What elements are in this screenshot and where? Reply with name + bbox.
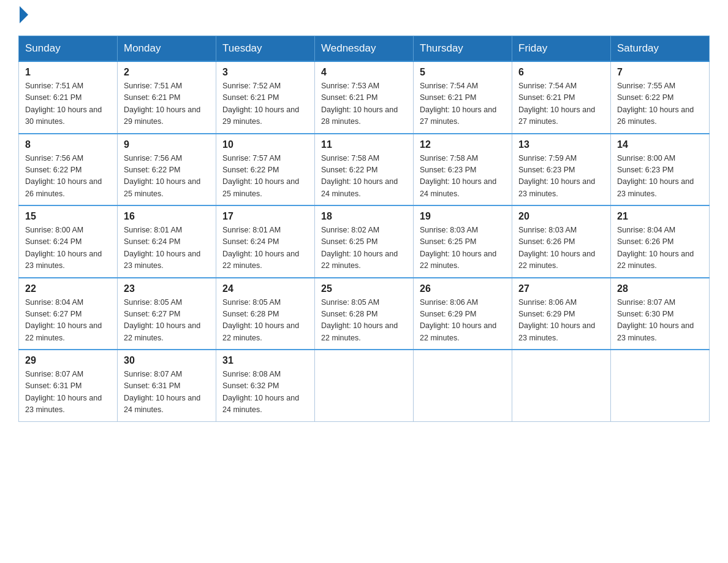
calendar-cell: 30Sunrise: 8:07 AMSunset: 6:31 PMDayligh…	[118, 350, 216, 421]
day-number: 4	[321, 67, 407, 78]
day-number: 29	[25, 355, 111, 366]
day-info: Sunrise: 8:00 AMSunset: 6:24 PMDaylight:…	[25, 224, 111, 272]
calendar-cell: 15Sunrise: 8:00 AMSunset: 6:24 PMDayligh…	[19, 205, 118, 278]
day-number: 12	[420, 139, 506, 150]
calendar-cell: 2Sunrise: 7:51 AMSunset: 6:21 PMDaylight…	[118, 61, 216, 134]
day-number: 18	[321, 211, 407, 222]
calendar-cell: 11Sunrise: 7:58 AMSunset: 6:22 PMDayligh…	[315, 134, 414, 206]
day-info: Sunrise: 8:06 AMSunset: 6:29 PMDaylight:…	[420, 297, 506, 345]
calendar-cell: 31Sunrise: 8:08 AMSunset: 6:32 PMDayligh…	[216, 350, 315, 421]
calendar-cell: 13Sunrise: 7:59 AMSunset: 6:23 PMDayligh…	[512, 134, 611, 206]
day-number: 25	[321, 283, 407, 294]
calendar-cell: 17Sunrise: 8:01 AMSunset: 6:24 PMDayligh…	[216, 205, 315, 278]
day-number: 7	[617, 67, 703, 78]
day-info: Sunrise: 8:05 AMSunset: 6:28 PMDaylight:…	[321, 297, 407, 345]
day-number: 17	[222, 211, 308, 222]
calendar-cell: 4Sunrise: 7:53 AMSunset: 6:21 PMDaylight…	[315, 61, 414, 134]
calendar-week-row: 1Sunrise: 7:51 AMSunset: 6:21 PMDaylight…	[19, 61, 710, 134]
col-tuesday: Tuesday	[216, 36, 315, 62]
day-info: Sunrise: 8:01 AMSunset: 6:24 PMDaylight:…	[124, 224, 210, 272]
day-info: Sunrise: 7:58 AMSunset: 6:23 PMDaylight:…	[420, 153, 506, 201]
day-info: Sunrise: 8:06 AMSunset: 6:29 PMDaylight:…	[518, 297, 604, 345]
col-monday: Monday	[118, 36, 216, 62]
day-info: Sunrise: 8:00 AMSunset: 6:23 PMDaylight:…	[617, 153, 703, 201]
calendar-cell: 10Sunrise: 7:57 AMSunset: 6:22 PMDayligh…	[216, 134, 315, 206]
day-info: Sunrise: 7:55 AMSunset: 6:22 PMDaylight:…	[617, 80, 703, 128]
calendar-week-row: 22Sunrise: 8:04 AMSunset: 6:27 PMDayligh…	[19, 278, 710, 350]
day-info: Sunrise: 7:52 AMSunset: 6:21 PMDaylight:…	[222, 80, 308, 128]
day-number: 6	[518, 67, 604, 78]
calendar-cell: 29Sunrise: 8:07 AMSunset: 6:31 PMDayligh…	[19, 350, 118, 421]
day-info: Sunrise: 8:03 AMSunset: 6:26 PMDaylight:…	[518, 224, 604, 272]
calendar-cell: 25Sunrise: 8:05 AMSunset: 6:28 PMDayligh…	[315, 278, 414, 350]
day-number: 5	[420, 67, 506, 78]
calendar-cell: 27Sunrise: 8:06 AMSunset: 6:29 PMDayligh…	[512, 278, 611, 350]
logo	[18, 12, 28, 23]
calendar-cell: 22Sunrise: 8:04 AMSunset: 6:27 PMDayligh…	[19, 278, 118, 350]
day-info: Sunrise: 8:02 AMSunset: 6:25 PMDaylight:…	[321, 224, 407, 272]
calendar-cell	[315, 350, 414, 421]
calendar-cell	[414, 350, 512, 421]
calendar-table: Sunday Monday Tuesday Wednesday Thursday…	[18, 36, 710, 422]
day-info: Sunrise: 8:04 AMSunset: 6:27 PMDaylight:…	[25, 297, 111, 345]
logo-arrow-icon	[20, 6, 28, 23]
day-info: Sunrise: 7:59 AMSunset: 6:23 PMDaylight:…	[518, 153, 604, 201]
day-number: 19	[420, 211, 506, 222]
day-info: Sunrise: 7:54 AMSunset: 6:21 PMDaylight:…	[518, 80, 604, 128]
day-number: 22	[25, 283, 111, 294]
day-number: 23	[124, 283, 210, 294]
calendar-cell: 21Sunrise: 8:04 AMSunset: 6:26 PMDayligh…	[611, 205, 710, 278]
col-friday: Friday	[512, 36, 611, 62]
calendar-cell: 26Sunrise: 8:06 AMSunset: 6:29 PMDayligh…	[414, 278, 512, 350]
day-info: Sunrise: 7:57 AMSunset: 6:22 PMDaylight:…	[222, 153, 308, 201]
calendar-cell: 23Sunrise: 8:05 AMSunset: 6:27 PMDayligh…	[118, 278, 216, 350]
calendar-cell: 5Sunrise: 7:54 AMSunset: 6:21 PMDaylight…	[414, 61, 512, 134]
day-info: Sunrise: 7:56 AMSunset: 6:22 PMDaylight:…	[25, 153, 111, 201]
day-number: 20	[518, 211, 604, 222]
calendar-cell: 28Sunrise: 8:07 AMSunset: 6:30 PMDayligh…	[611, 278, 710, 350]
day-number: 11	[321, 139, 407, 150]
calendar-cell: 12Sunrise: 7:58 AMSunset: 6:23 PMDayligh…	[414, 134, 512, 206]
calendar-header-row: Sunday Monday Tuesday Wednesday Thursday…	[19, 36, 710, 62]
day-number: 14	[617, 139, 703, 150]
calendar-cell: 8Sunrise: 7:56 AMSunset: 6:22 PMDaylight…	[19, 134, 118, 206]
day-number: 16	[124, 211, 210, 222]
calendar-cell: 14Sunrise: 8:00 AMSunset: 6:23 PMDayligh…	[611, 134, 710, 206]
calendar-cell: 18Sunrise: 8:02 AMSunset: 6:25 PMDayligh…	[315, 205, 414, 278]
day-number: 26	[420, 283, 506, 294]
day-number: 30	[124, 355, 210, 366]
day-info: Sunrise: 8:03 AMSunset: 6:25 PMDaylight:…	[420, 224, 506, 272]
day-number: 27	[518, 283, 604, 294]
calendar-cell: 1Sunrise: 7:51 AMSunset: 6:21 PMDaylight…	[19, 61, 118, 134]
day-info: Sunrise: 7:51 AMSunset: 6:21 PMDaylight:…	[25, 80, 111, 128]
day-number: 15	[25, 211, 111, 222]
day-info: Sunrise: 8:07 AMSunset: 6:31 PMDaylight:…	[124, 369, 210, 416]
day-number: 21	[617, 211, 703, 222]
day-number: 9	[124, 139, 210, 150]
calendar-cell	[611, 350, 710, 421]
day-info: Sunrise: 7:51 AMSunset: 6:21 PMDaylight:…	[124, 80, 210, 128]
calendar-week-row: 8Sunrise: 7:56 AMSunset: 6:22 PMDaylight…	[19, 134, 710, 206]
col-wednesday: Wednesday	[315, 36, 414, 62]
col-saturday: Saturday	[611, 36, 710, 62]
day-info: Sunrise: 8:01 AMSunset: 6:24 PMDaylight:…	[222, 224, 308, 272]
day-info: Sunrise: 8:04 AMSunset: 6:26 PMDaylight:…	[617, 224, 703, 272]
day-info: Sunrise: 8:08 AMSunset: 6:32 PMDaylight:…	[222, 369, 308, 416]
calendar-cell: 3Sunrise: 7:52 AMSunset: 6:21 PMDaylight…	[216, 61, 315, 134]
page-header	[18, 12, 710, 23]
day-number: 1	[25, 67, 111, 78]
day-info: Sunrise: 7:58 AMSunset: 6:22 PMDaylight:…	[321, 153, 407, 201]
day-info: Sunrise: 8:07 AMSunset: 6:31 PMDaylight:…	[25, 369, 111, 416]
day-number: 8	[25, 139, 111, 150]
calendar-cell: 9Sunrise: 7:56 AMSunset: 6:22 PMDaylight…	[118, 134, 216, 206]
calendar-cell: 20Sunrise: 8:03 AMSunset: 6:26 PMDayligh…	[512, 205, 611, 278]
day-number: 3	[222, 67, 308, 78]
col-thursday: Thursday	[414, 36, 512, 62]
day-info: Sunrise: 7:53 AMSunset: 6:21 PMDaylight:…	[321, 80, 407, 128]
day-number: 31	[222, 355, 308, 366]
day-number: 2	[124, 67, 210, 78]
day-info: Sunrise: 7:54 AMSunset: 6:21 PMDaylight:…	[420, 80, 506, 128]
calendar-cell: 6Sunrise: 7:54 AMSunset: 6:21 PMDaylight…	[512, 61, 611, 134]
calendar-cell	[512, 350, 611, 421]
day-info: Sunrise: 8:05 AMSunset: 6:27 PMDaylight:…	[124, 297, 210, 345]
